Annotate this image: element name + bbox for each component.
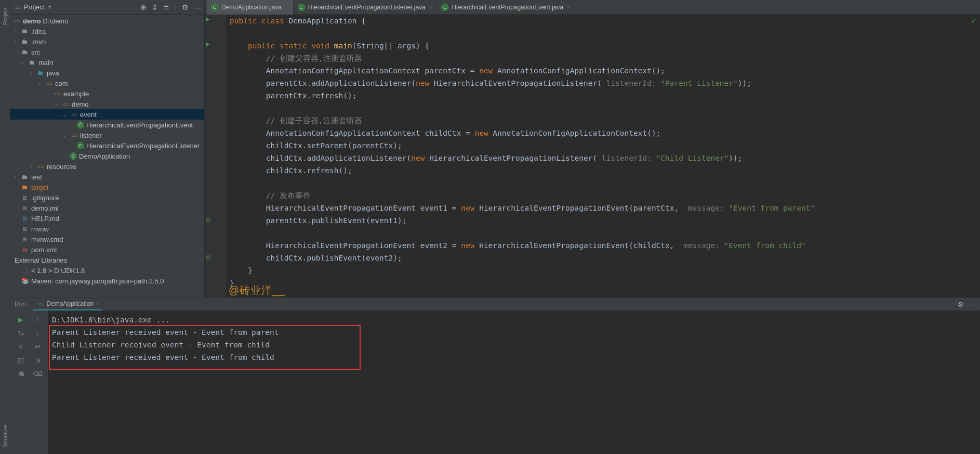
project-tool-label[interactable]: Project — [2, 7, 8, 25]
console-line: Child Listener received event - Event fr… — [52, 339, 976, 351]
code-editor[interactable]: public class DemoApplication { public st… — [226, 15, 980, 289]
bean-icon[interactable]: ◎ — [206, 216, 211, 223]
tree-item[interactable]: ›🖿.idea — [10, 26, 204, 36]
print-icon[interactable]: 🖶 — [15, 368, 27, 379]
bean-icon[interactable]: ◎ — [206, 253, 211, 261]
run-config-icon: ▭ — [36, 300, 44, 308]
tree-item[interactable]: 🖿target — [10, 182, 204, 192]
package-icon: ▭ — [53, 89, 61, 98]
locate-icon[interactable]: ⊕ — [140, 3, 147, 11]
file-icon: 🗎 — [21, 204, 29, 212]
tree-item[interactable]: ⌄▭listener — [10, 130, 204, 140]
target-folder-icon: 🖿 — [21, 183, 29, 191]
run-header: Run: ▭ DemoApplication × ⚙ — — [10, 298, 980, 310]
gear-icon[interactable]: ⚙ — [958, 301, 964, 308]
scroll-icon[interactable]: ⇲ — [31, 354, 44, 366]
tree-item[interactable]: mpom.xml — [10, 244, 204, 255]
tree-item[interactable]: 🗎demo.iml — [10, 203, 204, 213]
class-icon: C — [70, 152, 77, 160]
console-line: Parent Listener received event - Event f… — [52, 351, 976, 364]
tree-item[interactable]: 🗎HELP.md — [10, 213, 204, 224]
project-tree[interactable]: ▭ demo D:\demo ›🖿.idea ›🖿.mvn 🖿src ⌄🖿mai… — [10, 15, 204, 297]
structure-tool-label[interactable]: Structure — [2, 424, 8, 448]
close-icon[interactable]: × — [96, 300, 99, 307]
tree-item[interactable]: ⌄▭com — [10, 78, 204, 88]
console-output[interactable]: D:\JDK1.8\bin\java.exe ... Parent Listen… — [48, 310, 980, 454]
tree-item[interactable]: ⌄▭example — [10, 88, 204, 99]
package-icon: ▭ — [70, 110, 78, 119]
tab-demoapplication[interactable]: C DemoApplication.java × — [207, 0, 294, 15]
run-panel: Run: ▭ DemoApplication × ⚙ — ▶ ↑ ⇆ ↓ — [10, 297, 980, 454]
close-icon[interactable]: × — [285, 3, 289, 11]
class-icon: C — [441, 4, 448, 11]
hide-icon[interactable]: — — [194, 3, 201, 11]
jdk-icon: ⬚ — [21, 266, 29, 275]
folder-icon: 🖿 — [21, 27, 29, 35]
down-icon[interactable]: ↓ — [31, 327, 44, 339]
rerun-icon[interactable]: ▶ — [15, 314, 27, 325]
run-main-icon[interactable]: ▶ — [206, 41, 210, 47]
tree-item[interactable]: External Libraries — [10, 255, 204, 265]
tree-item[interactable]: ›🖿.mvn — [10, 36, 204, 47]
tree-item[interactable]: ⌄🖿main — [10, 57, 204, 68]
tree-item-selected[interactable]: ⌄▭event — [10, 109, 204, 120]
run-toolbar: ▶ ↑ ⇆ ↓ ■ ↩ ◫ ⇲ 🖶 ⌫ — [10, 310, 48, 454]
run-class-icon[interactable]: ▶ — [206, 16, 210, 22]
editor-area: C DemoApplication.java × C HierarchicalE… — [205, 0, 980, 297]
editor-tabs: C DemoApplication.java × C HierarchicalE… — [205, 0, 980, 15]
file-icon: 🗎 — [21, 225, 29, 233]
tree-item[interactable]: ›🖿test — [10, 172, 204, 182]
console-line: D:\JDK1.8\bin\java.exe ... — [52, 314, 976, 326]
file-icon: 🗎 — [21, 193, 29, 202]
class-icon: C — [77, 121, 84, 128]
folder-icon: 🖿 — [28, 58, 36, 67]
divider-icon: | — [175, 3, 177, 11]
tree-item[interactable]: 📚Maven: com.jayway.jsonpath:json-path:2.… — [10, 276, 204, 286]
collapse-icon[interactable]: ≑ — [163, 3, 169, 11]
package-icon: ▭ — [61, 100, 70, 108]
close-icon[interactable]: × — [566, 3, 571, 11]
class-icon: C — [298, 4, 305, 11]
tab-listener[interactable]: C HierarchicalEventPropagationListener.j… — [294, 0, 438, 15]
up-icon[interactable]: ↑ — [31, 314, 44, 325]
tree-item[interactable]: ⌄▭demo — [10, 99, 204, 109]
sidebar-header: ▭ Project ▼ ⊕ ⇕ ≑ | ⚙ — — [10, 0, 204, 15]
filter-icon[interactable]: ⇆ — [15, 327, 27, 339]
left-tool-gutter: Project Structure — [0, 0, 10, 454]
project-icon: ▭ — [14, 3, 22, 11]
inspection-ok-icon[interactable]: ✓ — [971, 17, 977, 25]
tree-item[interactable]: 🖿src — [10, 47, 204, 57]
library-icon: 📚 — [21, 277, 29, 285]
tree-item[interactable]: 🗎mvnw — [10, 224, 204, 234]
stop-icon[interactable]: ■ — [15, 341, 27, 352]
run-tab[interactable]: ▭ DemoApplication × — [33, 298, 102, 310]
softwrap-icon[interactable]: ↩ — [31, 341, 44, 352]
tab-event[interactable]: C HierarchicalEventPropagationEvent.java… — [437, 0, 575, 15]
class-icon: C — [77, 142, 84, 149]
tree-item[interactable]: ⬚< 1.8 > D:\JDK1.8 — [10, 265, 204, 276]
hide-icon[interactable]: — — [969, 301, 976, 308]
md-icon: 🗎 — [21, 214, 29, 223]
tree-item[interactable]: CHierarchicalEventPropagationListener — [10, 140, 204, 151]
tree-item[interactable]: 🗎.gitignore — [10, 192, 204, 203]
source-folder-icon: 🖿 — [36, 69, 45, 77]
tree-item[interactable]: ⌄🖿java — [10, 68, 204, 78]
close-icon[interactable]: × — [429, 3, 433, 11]
gear-icon[interactable]: ⚙ — [182, 3, 189, 11]
tree-root[interactable]: ▭ demo D:\demo — [10, 16, 204, 26]
folder-icon: 🖿 — [21, 48, 29, 56]
tree-item[interactable]: CHierarchicalEventPropagationEvent — [10, 120, 204, 130]
tree-item[interactable]: 🗎mvnw.cmd — [10, 234, 204, 244]
sidebar-title[interactable]: Project ▼ — [24, 3, 52, 11]
clear-icon[interactable]: ⌫ — [31, 368, 44, 379]
layout-icon[interactable]: ◫ — [15, 354, 27, 366]
tree-item[interactable]: ›▭resources — [10, 161, 204, 172]
tree-item[interactable]: CDemoApplication — [10, 151, 204, 161]
editor-gutter[interactable]: ▶ ▶ ◎ ◎ — [205, 15, 226, 297]
file-icon: 🗎 — [21, 235, 29, 243]
dropdown-arrow-icon: ▼ — [47, 4, 52, 10]
folder-icon: 🖿 — [21, 37, 29, 46]
package-icon: ▭ — [45, 79, 53, 87]
maven-icon: m — [21, 245, 29, 254]
expand-icon[interactable]: ⇕ — [152, 3, 158, 11]
